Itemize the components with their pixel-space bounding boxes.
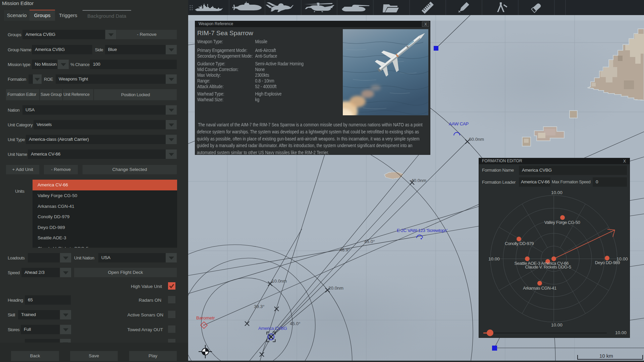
- svg-text:40.0nm: 40.0nm: [411, 178, 426, 183]
- svg-text:46.9°: 46.9°: [339, 247, 350, 252]
- svg-text:Valley Forge CG-50: Valley Forge CG-50: [544, 220, 580, 225]
- svg-text:AAW CAP: AAW CAP: [449, 121, 469, 126]
- svg-text:10.0nm: 10.0nm: [272, 279, 287, 284]
- svg-text:Conolly DD-979: Conolly DD-979: [505, 241, 534, 246]
- svg-text:America CVBG: America CVBG: [258, 326, 287, 331]
- svg-text:Arkansas CGN-41: Arkansas CGN-41: [523, 286, 556, 291]
- svg-text:10.00: 10.00: [488, 256, 500, 261]
- svg-text:60.0nm: 60.0nm: [469, 137, 484, 142]
- svg-text:Claude V. Rickets DDG-5: Claude V. Rickets DDG-5: [525, 264, 571, 269]
- svg-text:45.0°: 45.0°: [364, 239, 375, 244]
- svg-text:20.0nm: 20.0nm: [328, 286, 343, 291]
- svg-text:E-2C VAW-123 'Screwtops': E-2C VAW-123 'Screwtops': [397, 228, 447, 233]
- svg-text:Deyo DD-989: Deyo DD-989: [595, 260, 620, 265]
- svg-text:10 km: 10 km: [599, 353, 613, 359]
- svg-text:Barometr: Barometr: [196, 315, 215, 320]
- svg-text:10.00: 10.00: [551, 322, 562, 327]
- svg-text:39.3°: 39.3°: [254, 304, 265, 309]
- svg-text:10.00: 10.00: [551, 190, 562, 195]
- svg-text:45.0°: 45.0°: [290, 321, 301, 326]
